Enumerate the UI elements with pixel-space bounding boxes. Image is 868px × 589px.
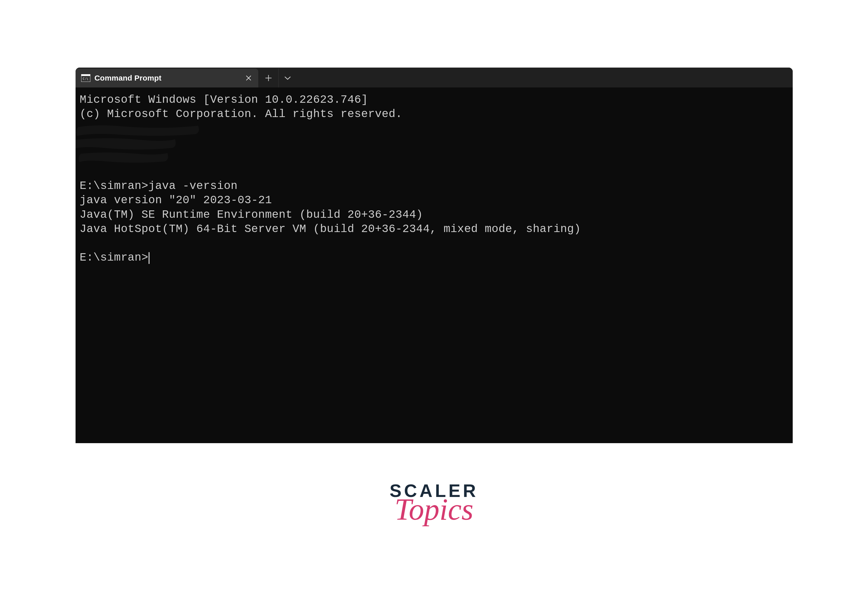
terminal-line: E:\simran>java -version [80, 179, 788, 193]
new-tab-button[interactable] [258, 69, 279, 87]
watermark-sub: Topics [390, 497, 478, 522]
terminal-line: Microsoft Windows [Version 10.0.22623.74… [80, 93, 788, 107]
terminal-body[interactable]: Microsoft Windows [Version 10.0.22623.74… [75, 87, 793, 270]
cmd-icon: C:\ [81, 74, 90, 82]
redaction-mark [75, 119, 208, 173]
prompt-text: E:\simran> [80, 251, 148, 264]
terminal-line-prompt: E:\simran> [80, 250, 788, 265]
tab-title: Command Prompt [94, 74, 239, 82]
terminal-line: Java(TM) SE Runtime Environment (build 2… [80, 208, 788, 222]
terminal-line [80, 236, 788, 250]
tab-dropdown-button[interactable] [279, 69, 297, 87]
terminal-line: Java HotSpot(TM) 64-Bit Server VM (build… [80, 222, 788, 236]
cursor [149, 252, 149, 264]
close-icon[interactable] [243, 72, 254, 84]
terminal-window: C:\ Command Prompt Microsoft Wind [75, 68, 793, 443]
title-bar: C:\ Command Prompt [75, 68, 793, 87]
terminal-line: java version "20" 2023-03-21 [80, 193, 788, 207]
svg-text:C:\: C:\ [83, 77, 88, 81]
watermark: SCALER Topics [390, 482, 478, 522]
svg-rect-1 [81, 74, 90, 76]
tab-command-prompt[interactable]: C:\ Command Prompt [75, 69, 258, 87]
